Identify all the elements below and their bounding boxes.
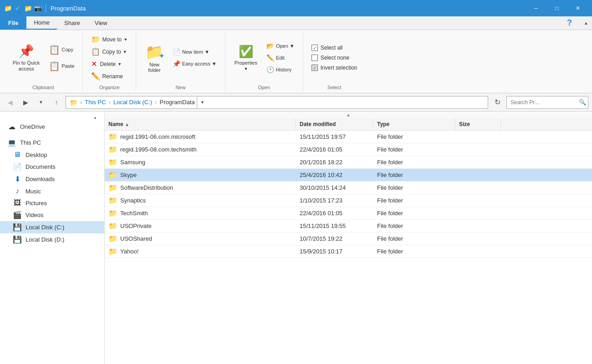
new-folder-button[interactable]: 📁 ✦ Newfolder: [142, 41, 167, 75]
onedrive-label: OneDrive: [20, 123, 45, 130]
select-all-button[interactable]: ✓ Select all: [309, 43, 360, 52]
check-icon: ✔: [14, 4, 22, 12]
sidebar-item-downloads[interactable]: ⬇ Downloads: [0, 173, 104, 185]
col-header-name[interactable]: Name ▲: [105, 118, 296, 130]
copy-paste-group: 📋 Copy 📋 Paste: [46, 42, 77, 73]
table-row[interactable]: 📁 SoftwareDistribution 30/10/2015 14:24 …: [105, 182, 592, 194]
move-dropdown-icon: ▼: [123, 37, 128, 42]
delete-button[interactable]: ✕ Delete ▼: [88, 58, 130, 70]
table-row[interactable]: 📁 Skype 25/4/2016 10:42 File folder: [105, 169, 592, 182]
address-dropdown-button[interactable]: ▾: [197, 96, 208, 109]
move-to-button[interactable]: 📁 Move to ▼: [88, 34, 130, 45]
file-type-cell: File folder: [373, 170, 455, 180]
close-button[interactable]: ✕: [567, 0, 588, 16]
col-header-date[interactable]: Date modified: [296, 118, 373, 130]
file-date-cell: 15/9/2015 10:17: [296, 246, 373, 257]
recent-button[interactable]: ▼: [35, 96, 47, 109]
easy-access-icon: 📌: [173, 60, 180, 67]
refresh-button[interactable]: ↻: [491, 96, 504, 109]
forward-button[interactable]: ▶: [19, 96, 32, 109]
minimize-button[interactable]: ─: [526, 0, 546, 16]
file-size-cell: [455, 237, 501, 241]
properties-button[interactable]: ✅ Properties ▼: [231, 43, 261, 73]
move-label: Move to: [102, 36, 122, 43]
table-row[interactable]: 📁 USOShared 10/7/2015 19:22 File folder: [105, 233, 592, 245]
thispc-label: This PC: [20, 139, 41, 146]
easy-access-button[interactable]: 📌 Easy access ▼: [170, 59, 219, 69]
maximize-button[interactable]: □: [546, 0, 567, 16]
table-row[interactable]: 📁 USOPrivate 15/11/2015 19:55 File folde…: [105, 220, 592, 233]
file-list-scroll-up: ▲: [105, 111, 592, 118]
path-localdisk[interactable]: Local Disk (C:): [113, 99, 152, 106]
table-row[interactable]: 📁 Samsung 20/1/2016 18:22 File folder: [105, 156, 592, 169]
easy-access-label: Easy access ▼: [182, 61, 217, 66]
sidebar-item-localdisk-d[interactable]: 💾 Local Disk (D:): [0, 233, 104, 246]
ribbon-collapse-icon[interactable]: ▲: [580, 16, 592, 30]
up-button[interactable]: ↑: [50, 96, 63, 109]
paste-label: Paste: [61, 63, 74, 69]
pin-icon: 📌: [18, 44, 34, 59]
history-button[interactable]: 🕐 History: [264, 65, 297, 75]
new-item-button[interactable]: 📄 New item ▼: [170, 47, 219, 57]
menu-file[interactable]: File: [0, 16, 26, 30]
paste-icon: 📋: [49, 61, 60, 71]
table-row[interactable]: 📁 Synaptics 1/10/2015 17:23 File folder: [105, 194, 592, 207]
select-none-button[interactable]: Select none: [309, 53, 360, 62]
search-box[interactable]: 🔍: [506, 96, 588, 109]
menu-view[interactable]: View: [87, 16, 115, 30]
file-date-cell: 1/10/2015 17:23: [296, 195, 373, 206]
folder-icon-row: 📁: [108, 222, 117, 230]
file-name-text: regid.1991-06.com.microsoft: [120, 133, 195, 140]
select-label: Select: [327, 84, 342, 90]
back-button[interactable]: ◀: [4, 96, 16, 109]
file-name-text: Skype: [120, 172, 137, 178]
scroll-up-arrow[interactable]: ▲: [93, 116, 97, 120]
rename-button[interactable]: ✏️ Rename: [88, 71, 130, 82]
sidebar-item-thispc[interactable]: 💻 This PC: [0, 136, 104, 149]
titlebar-icons: 📁 ✔ 📁 📷: [4, 4, 48, 13]
path-thispc[interactable]: This PC: [85, 99, 106, 106]
search-input[interactable]: [510, 99, 579, 106]
col-header-type[interactable]: Type: [373, 118, 455, 130]
clipboard-group: 📌 Pin to Quickaccess 📋 Copy 📋 Paste Clip…: [4, 32, 83, 91]
table-row[interactable]: 📁 regid.1991-06.com.microsoft 15/11/2015…: [105, 131, 592, 143]
copy-to-button[interactable]: 📋 Copy to ▼: [88, 46, 130, 57]
new-item-icon: 📄: [173, 48, 180, 56]
sidebar-item-documents[interactable]: 📄 Documents: [0, 161, 104, 173]
open-col2: 📂 Open ▼ ✏️ Edit 🕐 History: [264, 41, 297, 75]
sidebar-item-music[interactable]: ♪ Music: [0, 185, 104, 197]
path-programdata: ProgramData: [160, 99, 195, 106]
folder-icon-row: 📁: [108, 132, 117, 141]
localdisk-icon: 💾: [13, 223, 22, 232]
sidebar-item-desktop[interactable]: 🖥 Desktop: [0, 149, 104, 161]
col-header-size[interactable]: Size: [455, 118, 501, 130]
paste-button[interactable]: 📋 Paste: [46, 59, 77, 73]
path-sep1: ›: [80, 99, 82, 106]
open-button[interactable]: 📂 Open ▼: [264, 41, 297, 51]
sidebar: ▲ ☁ OneDrive 💻 This PC 🖥 Desktop 📄 Docum…: [0, 111, 105, 364]
edit-button[interactable]: ✏️ Edit: [264, 53, 297, 63]
table-row[interactable]: 📁 Yahoo! 15/9/2015 10:17 File folder: [105, 245, 592, 258]
file-name-cell: 📁 TechSmith: [105, 207, 296, 219]
invert-check-icon: ✓: [311, 65, 318, 71]
desktop-icon: 🖥: [13, 151, 22, 159]
menu-home[interactable]: Home: [26, 16, 57, 30]
invert-selection-button[interactable]: ✓ Invert selection: [309, 63, 360, 72]
file-type-cell: File folder: [373, 144, 455, 155]
sidebar-item-videos[interactable]: 🎬 Videos: [0, 209, 104, 221]
file-date-cell: 30/10/2015 14:24: [296, 182, 373, 193]
select-group: ✓ Select all Select none ✓ Invert select…: [303, 32, 366, 91]
sidebar-item-pictures[interactable]: 🖼 Pictures: [0, 197, 104, 209]
sidebar-item-localdisk-c[interactable]: 💾 Local Disk (C:): [0, 221, 104, 233]
address-path[interactable]: 📁 › This PC › Local Disk (C:) › ProgramD…: [66, 96, 488, 109]
new-col2: 📄 New item ▼ 📌 Easy access ▼: [170, 47, 219, 69]
table-row[interactable]: 📁 TechSmith 22/4/2016 01:05 File folder: [105, 207, 592, 220]
help-icon[interactable]: ?: [562, 16, 577, 30]
pin-to-quick-access-button[interactable]: 📌 Pin to Quickaccess: [9, 42, 43, 74]
copy-button[interactable]: 📋 Copy: [46, 42, 77, 57]
file-name-text: Samsung: [120, 159, 145, 166]
sidebar-item-onedrive[interactable]: ☁ OneDrive: [0, 121, 104, 133]
table-row[interactable]: 📁 regid.1995-08.com.techsmith 22/4/2016 …: [105, 143, 592, 156]
menu-share[interactable]: Share: [57, 16, 87, 30]
file-name-text: TechSmith: [120, 210, 148, 217]
